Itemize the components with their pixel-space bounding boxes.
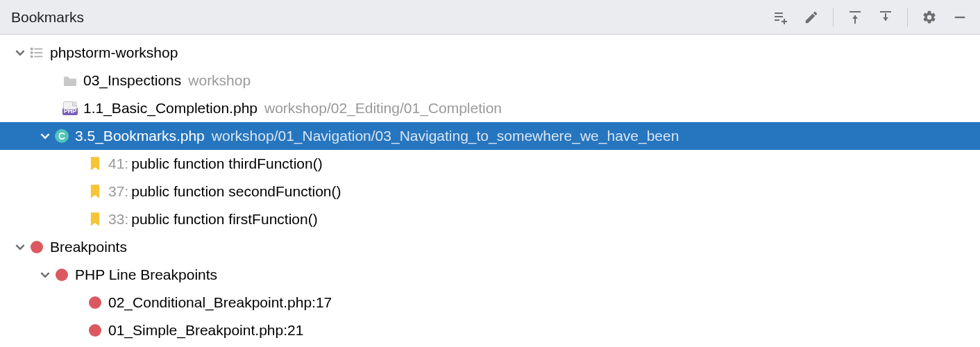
breakpoint-text: 02_Conditional_Breakpoint.php:17 (108, 294, 332, 311)
breakpoint-icon (86, 324, 104, 337)
item-name: 3.5_Bookmarks.php (75, 128, 205, 144)
toolbar-separator (833, 8, 834, 27)
bookmark-line-33[interactable]: 33: public function firstFunction() (0, 205, 980, 233)
line-number: 37: (108, 183, 128, 200)
bookmark-icon (86, 212, 104, 227)
folder-icon (61, 74, 79, 87)
group-label: PHP Line Breakpoints (75, 266, 217, 283)
group-label: Breakpoints (50, 239, 127, 255)
item-path: workshop (188, 72, 251, 89)
line-number: 33: (108, 211, 128, 228)
item-name: 03_Inspections (83, 72, 181, 89)
bookmarks-tree: phpstorm-workshop 03_Inspections worksho… (0, 35, 980, 347)
breakpoint-simple[interactable]: 01_Simple_Breakpoint.php:21 (0, 316, 980, 344)
group-phpstorm-workshop[interactable]: phpstorm-workshop (0, 39, 980, 67)
toolbar (769, 6, 972, 29)
svg-point-10 (31, 48, 32, 49)
breakpoint-icon (28, 241, 46, 253)
chevron-down-icon[interactable] (37, 131, 53, 141)
chevron-down-icon[interactable] (37, 270, 53, 280)
panel-header: Bookmarks (0, 0, 980, 35)
item-inspections[interactable]: 03_Inspections workshop (0, 67, 980, 94)
group-label: phpstorm-workshop (50, 44, 178, 61)
bookmark-text: public function secondFunction() (131, 183, 341, 200)
panel-title: Bookmarks (11, 9, 84, 26)
group-php-line-breakpoints[interactable]: PHP Line Breakpoints (0, 261, 980, 289)
group-breakpoints[interactable]: Breakpoints (0, 233, 980, 261)
add-list-icon[interactable] (769, 6, 793, 29)
svg-point-12 (31, 52, 32, 53)
item-name: 1.1_Basic_Completion.php (83, 100, 257, 117)
breakpoint-icon (53, 269, 71, 281)
toolbar-separator (907, 8, 908, 27)
item-path: workshop/01_Navigation/03_Navigating_to_… (212, 128, 679, 144)
bookmark-icon (86, 184, 104, 199)
bookmark-line-37[interactable]: 37: public function secondFunction() (0, 178, 980, 205)
edit-icon[interactable] (800, 6, 823, 29)
breakpoint-conditional[interactable]: 02_Conditional_Breakpoint.php:17 (0, 289, 980, 316)
item-bookmarks-file[interactable]: C 3.5_Bookmarks.php workshop/01_Navigati… (0, 122, 980, 150)
chevron-down-icon[interactable] (12, 48, 28, 58)
class-icon: C (53, 129, 71, 143)
expand-all-icon[interactable] (843, 6, 867, 29)
bookmark-text: public function thirdFunction() (131, 155, 322, 172)
bookmark-text: public function firstFunction() (131, 211, 317, 228)
php-file-icon: PHP (61, 101, 79, 115)
bookmark-line-41[interactable]: 41: public function thirdFunction() (0, 150, 980, 178)
collapse-all-icon[interactable] (874, 6, 897, 29)
bookmark-icon (86, 156, 104, 171)
list-icon (28, 45, 46, 60)
breakpoint-icon (86, 296, 104, 309)
chevron-down-icon[interactable] (12, 242, 28, 252)
hide-icon[interactable] (948, 6, 972, 29)
gear-icon[interactable] (918, 6, 941, 29)
breakpoint-text: 01_Simple_Breakpoint.php:21 (108, 322, 303, 339)
line-number: 41: (108, 155, 128, 172)
svg-point-14 (31, 56, 32, 57)
item-basic-completion[interactable]: PHP 1.1_Basic_Completion.php workshop/02… (0, 94, 980, 122)
item-path: workshop/02_Editing/01_Completion (264, 100, 502, 117)
